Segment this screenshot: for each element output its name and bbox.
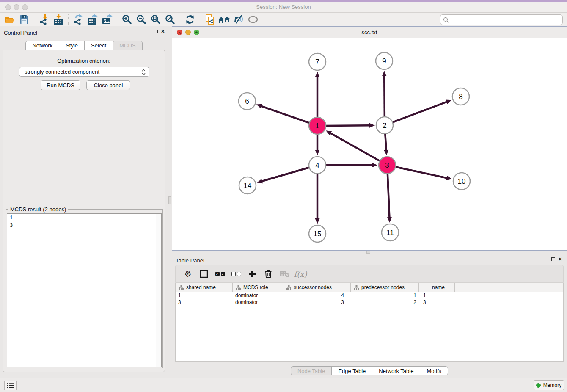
edge-1-2[interactable]: [325, 125, 370, 126]
window-titlebar: Session: New Session: [0, 2, 567, 13]
network-graph[interactable]: 7968124314101511: [172, 38, 567, 250]
unselect-all-button[interactable]: [228, 268, 244, 280]
arrowhead-1-6: [256, 104, 262, 108]
tab-edge-table[interactable]: Edge Table: [331, 366, 372, 375]
mcds-result-title: MCDS result (2 nodes): [8, 206, 68, 213]
horizontal-splitter[interactable]: [172, 251, 567, 254]
network-view-window: x – + scc.txt 7968124314101511: [172, 26, 567, 251]
export-image-button[interactable]: [100, 14, 114, 25]
close-panel-button[interactable]: Close panel: [86, 80, 130, 90]
export-network-button[interactable]: [71, 14, 85, 25]
create-column-button[interactable]: [244, 268, 260, 280]
control-panel-tabs: Network Style Select MCDS: [0, 41, 168, 50]
tab-motifs[interactable]: Motifs: [420, 366, 448, 375]
import-network-icon: [39, 14, 50, 25]
window-title: Session: New Session: [0, 4, 567, 10]
memory-label: Memory: [543, 382, 561, 388]
splitter-grip[interactable]: [168, 196, 171, 204]
delete-column-button[interactable]: [260, 268, 276, 280]
edge-3-10[interactable]: [395, 167, 448, 178]
vertical-splitter[interactable]: [168, 26, 172, 378]
memory-button[interactable]: Memory: [534, 380, 564, 390]
table-settings-button[interactable]: ⚙: [180, 268, 196, 280]
edge-1-6[interactable]: [261, 106, 310, 123]
edge-4-14[interactable]: [261, 167, 310, 181]
column-header-shared-name[interactable]: shared name: [176, 283, 233, 292]
cell-successor-nodes: 4: [283, 292, 351, 299]
run-mcds-button[interactable]: Run MCDS: [41, 80, 80, 90]
node-table: shared name MCDS role successor nodes: [175, 283, 564, 362]
column-label: predecessor nodes: [361, 284, 405, 290]
open-session-button[interactable]: [3, 14, 17, 25]
column-header-mcds-role[interactable]: MCDS role: [233, 283, 283, 292]
tab-network-table[interactable]: Network Table: [372, 366, 420, 375]
column-header-successor-nodes[interactable]: successor nodes: [283, 283, 351, 292]
float-panel-icon[interactable]: [154, 30, 158, 33]
cell-name: 3: [419, 299, 455, 306]
zoom-fit-button[interactable]: [149, 14, 163, 25]
column-header-predecessor-nodes[interactable]: predecessor nodes: [351, 283, 419, 292]
edge-2-9[interactable]: [384, 75, 385, 118]
close-panel-icon[interactable]: ×: [161, 29, 165, 33]
search-field[interactable]: [440, 14, 563, 25]
chevron-updown-icon: [141, 69, 146, 78]
search-input[interactable]: [451, 17, 560, 23]
column-label: shared name: [186, 284, 216, 290]
table-panel: Table Panel × ⚙ ✓: [172, 254, 567, 378]
right-column: x – + scc.txt 7968124314101511 Table Pan…: [172, 26, 567, 378]
tab-style[interactable]: Style: [59, 41, 84, 50]
list-icon: [7, 383, 14, 389]
zoom-in-icon: [121, 14, 132, 25]
edge-3-1[interactable]: [330, 133, 381, 161]
import-table-button[interactable]: [51, 14, 66, 25]
edge-2-8[interactable]: [392, 102, 447, 123]
float-panel-icon[interactable]: [551, 257, 555, 261]
first-neighbors-button[interactable]: [217, 14, 231, 25]
close-panel-icon[interactable]: ×: [559, 257, 562, 261]
tab-node-table[interactable]: Node Table: [291, 366, 332, 375]
select-all-button[interactable]: ✓ ✓: [212, 268, 228, 280]
tab-network[interactable]: Network: [25, 41, 59, 50]
import-network-button[interactable]: [37, 14, 51, 25]
tree-icon: [354, 285, 359, 290]
graphics-details-button[interactable]: [246, 14, 260, 25]
unchecked-box-icon: [237, 272, 241, 276]
function-builder-button[interactable]: f(x): [292, 268, 308, 280]
arrowhead-4-15: [315, 218, 320, 224]
task-history-button[interactable]: [4, 381, 17, 390]
table-row[interactable]: 3 dominator 3 2 3: [176, 299, 563, 306]
duplicate-network-button[interactable]: [203, 14, 217, 25]
tab-mcds[interactable]: MCDS: [113, 41, 142, 50]
mcds-result-list[interactable]: 1 3: [7, 213, 162, 367]
table-row[interactable]: 1 dominator 4 1 1: [176, 292, 563, 299]
label-visibility-button[interactable]: [231, 14, 246, 25]
delete-table-button[interactable]: [276, 268, 292, 280]
edge-3-11[interactable]: [388, 173, 390, 218]
zoom-in-button[interactable]: [120, 14, 134, 25]
graph-node-label-14: 14: [244, 182, 252, 190]
export-image-icon: [102, 14, 113, 25]
open-folder-icon: [4, 14, 15, 25]
trash-icon: [264, 269, 272, 279]
columns-icon: [200, 270, 208, 278]
arrowhead-4-3: [372, 163, 377, 168]
toolbar-separator: [68, 14, 69, 25]
result-scrollbar[interactable]: [156, 214, 161, 367]
criterion-select[interactable]: strongly connected component: [19, 67, 149, 77]
zoom-selected-button[interactable]: [163, 14, 177, 25]
edge-2-3[interactable]: [385, 133, 386, 151]
column-header-name[interactable]: name: [419, 283, 455, 292]
gear-icon: ⚙: [184, 270, 191, 278]
splitter-grip[interactable]: [366, 251, 370, 254]
network-canvas[interactable]: 7968124314101511: [172, 38, 567, 250]
save-session-button[interactable]: [17, 14, 31, 25]
tab-select[interactable]: Select: [84, 41, 113, 50]
table-header-row: shared name MCDS role successor nodes: [176, 283, 563, 292]
export-table-button[interactable]: [85, 14, 100, 25]
control-panel-header: Control Panel ×: [0, 26, 168, 39]
arrowhead-2-3: [384, 150, 388, 155]
refresh-button[interactable]: [183, 14, 197, 25]
show-columns-button[interactable]: [196, 268, 212, 280]
zoom-out-button[interactable]: [134, 14, 149, 25]
arrowhead-1-7: [315, 72, 320, 77]
